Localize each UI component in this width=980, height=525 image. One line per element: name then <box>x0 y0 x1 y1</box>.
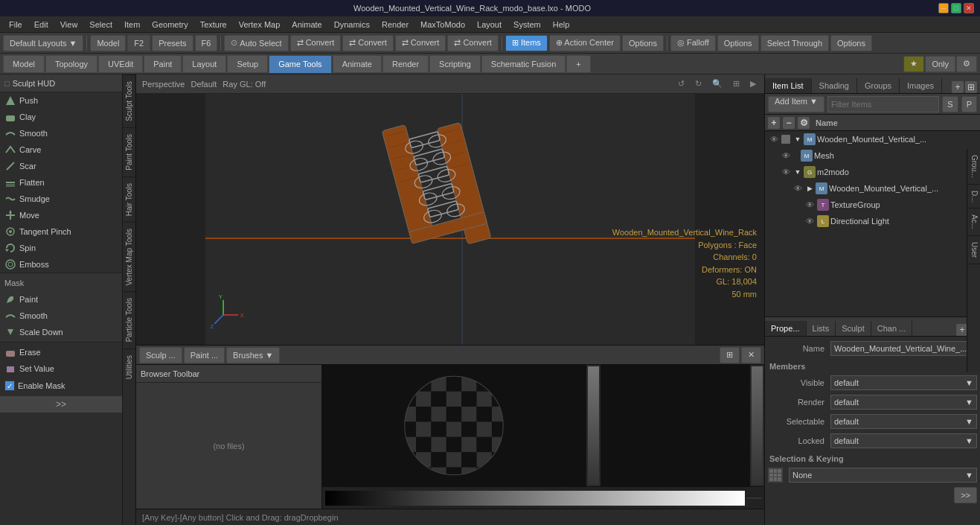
side-tab-particle[interactable]: Particle Tools <box>123 291 135 348</box>
settings-btn[interactable]: ⚙ <box>956 56 977 72</box>
tab-game-tools[interactable]: Game Tools <box>269 55 332 73</box>
menu-layout[interactable]: Layout <box>471 19 507 31</box>
menu-select[interactable]: Select <box>83 19 118 31</box>
presets-btn[interactable]: Presets <box>152 35 193 51</box>
right-side-tab-d[interactable]: D... <box>967 185 980 209</box>
falloff-btn[interactable]: ◎ Falloff <box>670 35 716 51</box>
select-through-btn[interactable]: Select Through <box>760 35 829 51</box>
p-btn[interactable]: P <box>961 96 977 112</box>
tree-item-4[interactable]: 👁 ▶ M Wooden_Mounted_Vertical_... <box>765 180 980 197</box>
right-tab-shading[interactable]: Shading <box>812 78 857 93</box>
tool-clay[interactable]: Clay <box>0 109 122 125</box>
tab-animate[interactable]: Animate <box>333 55 382 73</box>
options-btn-2[interactable]: Options <box>717 35 759 51</box>
menu-system[interactable]: System <box>507 19 547 31</box>
enable-mask-item[interactable]: ✓ Enable Mask <box>0 377 122 395</box>
f2-btn[interactable]: F2 <box>127 35 150 51</box>
props-more-btn[interactable]: >> <box>954 487 977 503</box>
right-side-tab-grou[interactable]: Grou... <box>967 149 980 185</box>
vp-rotate-btn[interactable]: ↺ <box>678 79 685 89</box>
tree-item-6[interactable]: 👁 L Directional Light <box>765 213 980 229</box>
side-tab-vertex[interactable]: Vertex Map Tools <box>123 222 135 292</box>
star-btn[interactable]: ★ <box>903 56 924 72</box>
menu-geometry[interactable]: Geometry <box>146 19 193 31</box>
eye-5[interactable]: 👁 <box>804 199 816 211</box>
tab-scripting[interactable]: Scripting <box>429 55 481 73</box>
menu-edit[interactable]: Edit <box>28 19 54 31</box>
convert-btn-2[interactable]: ⇄ Convert <box>342 35 394 51</box>
items-btn[interactable]: ⊞ Items <box>505 35 548 51</box>
side-tab-sculpt[interactable]: Sculpt Tools <box>123 74 135 127</box>
add-item-btn[interactable]: Add Item ▼ <box>768 96 824 112</box>
tree-item-3[interactable]: 👁 ▼ G m2modo <box>765 164 980 180</box>
right-tab-groups[interactable]: Groups <box>857 78 900 93</box>
menu-dynamics[interactable]: Dynamics <box>328 19 376 31</box>
eye-3[interactable]: 👁 <box>780 166 792 178</box>
tool-emboss[interactable]: Emboss <box>0 256 122 273</box>
visible-dropdown[interactable]: default ▼ <box>830 375 977 390</box>
eye-1[interactable]: 👁 <box>768 133 780 145</box>
bottom-tab-sculpt[interactable]: Sculp ... <box>139 347 182 363</box>
close-button[interactable]: ✕ <box>964 3 974 13</box>
tool-smooth-mask[interactable]: Smooth <box>0 308 122 324</box>
menu-vertexmap[interactable]: Vertex Map <box>233 19 286 31</box>
options-btn-3[interactable]: Options <box>830 35 872 51</box>
bottom-close-btn[interactable]: ✕ <box>741 347 761 363</box>
options-btn-1[interactable]: Options <box>622 35 664 51</box>
texture-scrollbar-2[interactable] <box>752 366 763 485</box>
tool-push[interactable]: Push <box>0 92 122 109</box>
right-tab-expand-btn[interactable]: ⊞ <box>965 81 977 93</box>
menu-help[interactable]: Help <box>547 19 576 31</box>
menu-item[interactable]: Item <box>118 19 146 31</box>
menu-render[interactable]: Render <box>376 19 414 31</box>
render-dropdown[interactable]: default ▼ <box>830 395 977 410</box>
tree-plus-btn[interactable]: + <box>768 117 780 129</box>
props-tab-properties[interactable]: Prope... <box>765 321 807 336</box>
tool-carve[interactable]: Carve <box>0 141 122 158</box>
tool-move[interactable]: Move <box>0 207 122 223</box>
action-center-btn[interactable]: ⊕ Action Center <box>549 35 621 51</box>
model-tab-btn[interactable]: Model <box>90 35 126 51</box>
menu-texture[interactable]: Texture <box>194 19 233 31</box>
menu-file[interactable]: File <box>3 19 28 31</box>
locked-dropdown[interactable]: default ▼ <box>830 433 977 448</box>
props-tab-chan[interactable]: Chan ... <box>871 321 913 336</box>
tab-schematic[interactable]: Schematic Fusion <box>481 55 566 73</box>
add-tab-btn[interactable]: + <box>566 55 590 73</box>
eye-4[interactable]: 👁 <box>792 182 804 194</box>
tool-set-value[interactable]: Set Value <box>0 360 122 377</box>
color-strip[interactable] <box>325 491 745 506</box>
selectable-dropdown[interactable]: default ▼ <box>830 414 977 429</box>
tool-scale-down[interactable]: Scale Down <box>0 324 122 340</box>
f6-btn[interactable]: F6 <box>195 35 218 51</box>
texture-scrollbar[interactable] <box>588 366 599 485</box>
filter-items-input[interactable] <box>827 96 939 112</box>
tree-arrow-3[interactable]: ▼ <box>793 168 802 176</box>
tab-setup[interactable]: Setup <box>227 55 268 73</box>
vp-zoom-btn[interactable]: 🔍 <box>712 79 723 89</box>
convert-btn-3[interactable]: ⇄ Convert <box>395 35 446 51</box>
menu-animate[interactable]: Animate <box>286 19 327 31</box>
tab-uvedit[interactable]: UVEdit <box>98 55 143 73</box>
tree-item-5[interactable]: 👁 T TextureGroup <box>765 197 980 213</box>
tool-smooth[interactable]: Smooth <box>0 125 122 141</box>
layout-dropdown[interactable]: Default Layouts ▼ <box>3 35 83 51</box>
vp-more-btn[interactable]: ▶ <box>750 79 756 89</box>
tree-arrow-4[interactable]: ▶ <box>805 184 814 193</box>
name-input[interactable] <box>830 341 977 356</box>
tool-scar[interactable]: Scar <box>0 158 122 174</box>
tab-render[interactable]: Render <box>382 55 429 73</box>
maximize-button[interactable]: □ <box>951 3 961 13</box>
props-tab-lists[interactable]: Lists <box>807 321 836 336</box>
tree-arrow-1[interactable]: ▼ <box>793 135 802 144</box>
tree-filter-btn[interactable]: ⚙ <box>798 117 810 129</box>
right-tab-images[interactable]: Images <box>900 78 942 93</box>
tree-item-1[interactable]: 👁 ▼ M Wooden_Mounted_Vertical_... <box>765 131 980 147</box>
keying-value-dropdown[interactable]: None ▼ <box>789 468 977 483</box>
tab-topology[interactable]: Topology <box>45 55 97 73</box>
bottom-tab-paint[interactable]: Paint ... <box>184 347 225 363</box>
more-btn[interactable]: >> <box>0 396 122 413</box>
tool-erase[interactable]: Erase <box>0 344 122 360</box>
s-btn[interactable]: S <box>942 96 958 112</box>
only-btn[interactable]: Only <box>925 56 955 72</box>
